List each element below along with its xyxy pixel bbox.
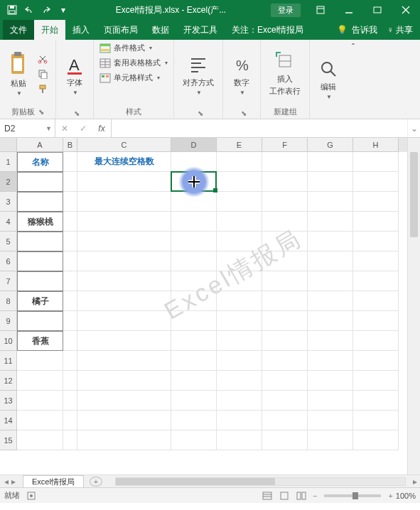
cell-G6[interactable] (308, 251, 353, 271)
cell-H14[interactable] (353, 411, 399, 430)
cell-A12[interactable] (17, 371, 63, 391)
cell-B15[interactable] (63, 430, 77, 450)
cell-D12[interactable] (171, 371, 217, 391)
row-header-3[interactable]: 3 (0, 192, 17, 212)
cut-button[interactable] (36, 53, 50, 65)
scrollbar-thumb[interactable] (116, 478, 275, 485)
sheet-tab[interactable]: Excel情报局 (23, 475, 84, 488)
row-header-13[interactable]: 13 (0, 391, 17, 411)
tab-insert[interactable]: 插入 (65, 20, 97, 40)
row-header-12[interactable]: 12 (0, 371, 17, 391)
cell-F7[interactable] (262, 271, 308, 291)
cell-G9[interactable] (308, 311, 353, 331)
cell-A2[interactable] (17, 172, 63, 192)
share-button[interactable]: ♀ 共享 (387, 24, 413, 36)
cell-C14[interactable] (77, 411, 171, 430)
editing-dropdown[interactable]: 编辑 ▼ (316, 58, 341, 102)
cell-B11[interactable] (63, 351, 77, 371)
cell-B1[interactable] (63, 152, 77, 172)
column-header-B[interactable]: B (63, 138, 77, 152)
paste-button[interactable]: 粘贴 ▼ (6, 50, 31, 98)
redo-button[interactable] (38, 2, 54, 18)
sheet-nav-last[interactable]: ▸ (11, 477, 16, 487)
cell-B6[interactable] (63, 251, 77, 271)
cell-C6[interactable] (77, 251, 171, 271)
row-header-4[interactable]: 4 (0, 212, 17, 232)
cell-B14[interactable] (63, 411, 77, 430)
font-dropdown[interactable]: A 字体 ▼ (62, 53, 87, 97)
cell-E11[interactable] (217, 351, 262, 371)
cell-F1[interactable] (262, 152, 308, 172)
cell-B4[interactable] (63, 212, 77, 232)
cell-F15[interactable] (262, 430, 308, 450)
row-header-8[interactable]: 8 (0, 291, 17, 311)
cell-C12[interactable] (77, 371, 171, 391)
cell-G15[interactable] (308, 430, 353, 450)
cell-D8[interactable] (171, 291, 217, 311)
column-header-E[interactable]: E (217, 138, 262, 152)
cell-D6[interactable] (171, 251, 217, 271)
cell-G13[interactable] (308, 391, 353, 411)
login-button[interactable]: 登录 (271, 4, 301, 17)
cell-G3[interactable] (308, 192, 353, 212)
cell-styles-button[interactable]: 单元格样式▾ (99, 72, 160, 83)
cell-H11[interactable] (353, 351, 399, 371)
alignment-dropdown[interactable]: 对齐方式 ▼ (180, 53, 217, 97)
tab-developer[interactable]: 开发工具 (176, 20, 225, 40)
tellme-button[interactable]: 告诉我 (352, 24, 377, 36)
cell-B7[interactable] (63, 271, 77, 291)
column-header-H[interactable]: H (353, 138, 399, 152)
cell-F13[interactable] (262, 391, 308, 411)
cell-E7[interactable] (217, 271, 262, 291)
cell-A14[interactable] (17, 411, 63, 430)
cell-H9[interactable] (353, 311, 399, 331)
cell-H7[interactable] (353, 271, 399, 291)
minimize-button[interactable] (335, 0, 363, 20)
cell-E3[interactable] (217, 192, 262, 212)
format-painter-button[interactable] (36, 82, 50, 95)
cell-E4[interactable] (217, 212, 262, 232)
cell-C9[interactable] (77, 311, 171, 331)
table-format-button[interactable]: 套用表格格式▾ (99, 58, 168, 68)
cell-F2[interactable] (262, 172, 308, 192)
formula-input[interactable] (112, 119, 407, 137)
cell-A11[interactable] (17, 351, 63, 371)
zoom-slider[interactable] (324, 494, 381, 497)
cell-H8[interactable] (353, 291, 399, 311)
cell-E9[interactable] (217, 311, 262, 331)
cell-G2[interactable] (308, 172, 353, 192)
cell-B9[interactable] (63, 311, 77, 331)
new-sheet-button[interactable]: + (90, 477, 102, 487)
cell-F5[interactable] (262, 232, 308, 251)
cell-D10[interactable] (171, 331, 217, 351)
cell-B8[interactable] (63, 291, 77, 311)
collapse-ribbon-button[interactable]: ˆ (347, 40, 360, 119)
cell-B13[interactable] (63, 391, 77, 411)
select-all-button[interactable] (0, 138, 17, 152)
cell-D13[interactable] (171, 391, 217, 411)
cell-H15[interactable] (353, 430, 399, 450)
cell-H5[interactable] (353, 232, 399, 251)
fx-button[interactable]: fx (92, 124, 111, 134)
row-header-6[interactable]: 6 (0, 251, 17, 271)
cell-C13[interactable] (77, 391, 171, 411)
cell-H6[interactable] (353, 251, 399, 271)
cell-G11[interactable] (308, 351, 353, 371)
conditional-format-button[interactable]: 条件格式▾ (99, 43, 152, 53)
view-normal-button[interactable] (259, 489, 275, 502)
view-pagelayout-button[interactable] (276, 489, 292, 502)
close-button[interactable] (392, 0, 420, 20)
cell-A15[interactable] (17, 430, 63, 450)
vertical-scrollbar[interactable] (407, 138, 420, 474)
tab-data[interactable]: 数据 (145, 20, 176, 40)
cell-G5[interactable] (308, 232, 353, 251)
column-header-A[interactable]: A (17, 138, 63, 152)
column-header-G[interactable]: G (308, 138, 353, 152)
cell-C8[interactable] (77, 291, 171, 311)
cell-C5[interactable] (77, 232, 171, 251)
cell-C1[interactable]: 最大连续空格数 (77, 152, 171, 172)
cell-G8[interactable] (308, 291, 353, 311)
zoom-level[interactable]: 100% (396, 492, 416, 500)
cell-A1[interactable]: 名称 (17, 152, 63, 172)
cell-H1[interactable] (353, 152, 399, 172)
